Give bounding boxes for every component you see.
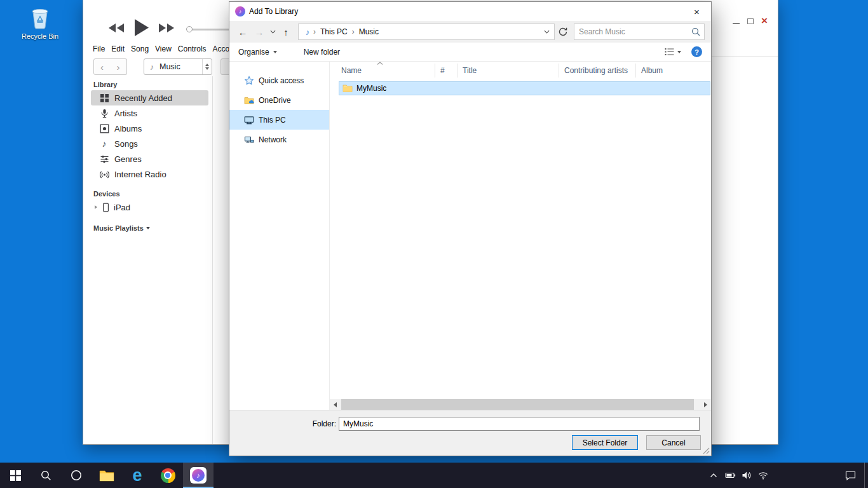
sidebar-item-recently-added[interactable]: Recently Added [91, 90, 208, 105]
show-desktop-button[interactable] [864, 463, 868, 488]
column-header-contributing-artists[interactable]: Contributing artists [559, 64, 636, 78]
chevron-up-icon[interactable] [705, 463, 722, 488]
taskbar: e ♪ [0, 463, 868, 488]
scrollbar-thumb[interactable] [341, 399, 694, 410]
file-name: MyMusic [356, 84, 386, 93]
edge-icon: e [132, 467, 142, 484]
search-icon[interactable] [688, 27, 704, 36]
file-row-mymusic[interactable]: MyMusic [339, 81, 710, 95]
itunes-window-controls: × [733, 16, 768, 26]
nav-item-label: OneDrive [259, 96, 291, 105]
sidebar-item-albums[interactable]: Albums [91, 121, 208, 136]
action-center-icon [845, 471, 856, 480]
search-box[interactable] [574, 24, 705, 40]
column-header-number[interactable]: # [435, 64, 458, 78]
column-header-album[interactable]: Album [636, 64, 711, 78]
action-center-button[interactable] [839, 463, 862, 488]
file-explorer-button[interactable] [92, 463, 122, 488]
dialog-footer: Folder: Select Folder Cancel [229, 410, 711, 456]
music-folder-icon: ♪ [302, 27, 313, 37]
rewind-button[interactable] [107, 23, 125, 33]
back-button[interactable]: ← [234, 24, 251, 40]
nav-item-onedrive[interactable]: OneDrive [229, 90, 329, 110]
sidebar-item-label: Internet Radio [114, 170, 166, 179]
folder-name-input[interactable] [339, 417, 700, 431]
column-header-title[interactable]: Title [458, 64, 559, 78]
sidebar-item-ipad[interactable]: iPad [91, 200, 208, 215]
breadcrumb-this-pc[interactable]: This PC [316, 24, 352, 39]
edge-button[interactable]: e [122, 463, 153, 488]
search-button[interactable] [31, 463, 61, 488]
wifi-icon[interactable] [755, 463, 771, 488]
volume-slider-knob[interactable] [186, 26, 193, 32]
forward-button[interactable]: → [251, 24, 268, 40]
selector-spinner[interactable] [202, 59, 212, 74]
help-button[interactable]: ? [691, 46, 702, 57]
folder-icon [99, 470, 114, 482]
cancel-button[interactable]: Cancel [646, 435, 701, 450]
sidebar-item-label: Songs [114, 139, 138, 149]
nav-item-quick-access[interactable]: Quick access [229, 71, 329, 90]
add-to-library-dialog: ♪ Add To Library × ← → ↑ ♪ › This PC › M… [229, 1, 712, 456]
play-button[interactable] [134, 19, 149, 36]
new-folder-button[interactable]: New folder [304, 48, 340, 57]
menu-file[interactable]: File [93, 44, 105, 53]
speaker-icon[interactable] [738, 463, 755, 488]
address-dropdown-icon[interactable] [539, 30, 554, 34]
itunes-forward-button[interactable]: › [110, 58, 127, 75]
expand-caret-icon[interactable] [95, 205, 97, 209]
breadcrumb-music[interactable]: Music [355, 24, 383, 39]
cortana-button[interactable] [61, 463, 92, 488]
dialog-close-button[interactable]: × [682, 2, 711, 21]
genres-icon [99, 154, 109, 164]
music-playlists-header[interactable]: Music Playlists [93, 224, 212, 232]
nav-item-label: Quick access [259, 76, 304, 85]
media-kind-value: Music [159, 62, 202, 71]
sidebar-item-label: Artists [114, 109, 137, 118]
minimize-icon[interactable] [733, 23, 740, 24]
menu-controls[interactable]: Controls [178, 44, 207, 53]
recycle-bin-icon [29, 5, 51, 30]
column-header-name[interactable]: Name [330, 64, 435, 78]
sidebar-item-songs[interactable]: ♪ Songs [91, 136, 208, 151]
maximize-icon[interactable] [747, 18, 754, 24]
scroll-left-arrow[interactable] [330, 399, 341, 410]
recent-locations-dropdown[interactable] [268, 24, 278, 40]
recycle-bin[interactable]: Recycle Bin [19, 5, 61, 40]
scroll-right-arrow[interactable] [700, 399, 711, 410]
search-input[interactable] [574, 27, 688, 36]
media-kind-selector[interactable]: ♪ Music [144, 58, 212, 75]
itunes-button[interactable]: ♪ [183, 463, 214, 488]
up-button[interactable]: ↑ [278, 24, 294, 40]
nav-item-label: Network [259, 135, 287, 144]
file-list-area: Name # Title Contributing artists Album … [329, 62, 711, 410]
change-view-button[interactable] [665, 48, 681, 56]
dialog-body: Quick access OneDrive This PC [229, 62, 711, 410]
horizontal-scrollbar[interactable] [330, 399, 711, 410]
sidebar-item-genres[interactable]: Genres [91, 151, 208, 166]
battery-icon[interactable] [722, 463, 738, 488]
organise-button[interactable]: Organise [238, 48, 277, 57]
nav-item-network[interactable]: Network [229, 130, 329, 149]
itunes-back-button[interactable]: ‹ [93, 58, 111, 75]
chrome-button[interactable] [153, 463, 183, 488]
select-folder-button[interactable]: Select Folder [572, 435, 638, 450]
resize-grip[interactable] [703, 447, 710, 454]
refresh-button[interactable] [555, 24, 571, 40]
network-icon [244, 135, 254, 145]
sidebar-item-label: iPad [114, 203, 130, 212]
start-button[interactable] [0, 463, 31, 488]
menu-view[interactable]: View [155, 44, 172, 53]
sidebar-item-artists[interactable]: Artists [91, 105, 208, 121]
broadcast-icon [99, 169, 109, 179]
chrome-icon [161, 468, 175, 483]
nav-item-this-pc[interactable]: This PC [229, 110, 329, 130]
close-icon[interactable]: × [761, 17, 768, 25]
fast-forward-button[interactable] [158, 23, 175, 33]
address-bar[interactable]: ♪ › This PC › Music [298, 24, 555, 40]
chevron-down-icon [677, 51, 681, 53]
sidebar-item-internet-radio[interactable]: Internet Radio [91, 166, 208, 182]
folder-label: Folder: [311, 419, 336, 428]
menu-song[interactable]: Song [131, 44, 149, 53]
menu-edit[interactable]: Edit [111, 44, 125, 53]
